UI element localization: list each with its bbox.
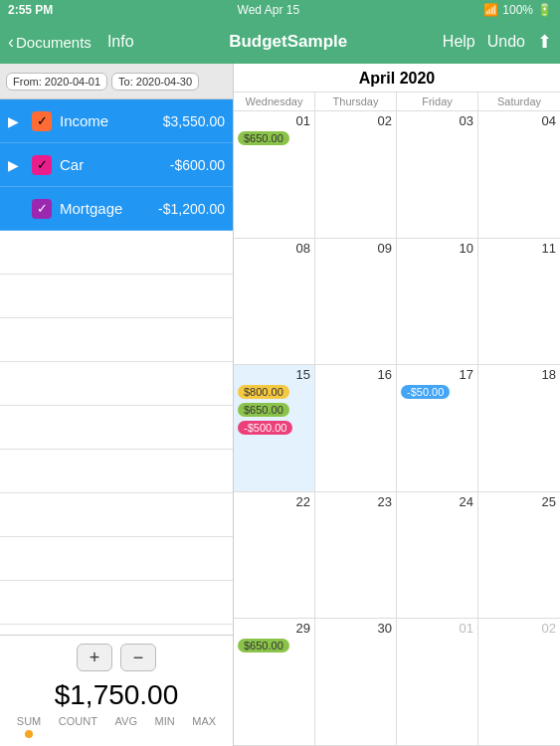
date-range-bar: From: 2020-04-01 To: 2020-04-30 (0, 64, 233, 99)
income-label: Income (60, 112, 155, 129)
undo-button[interactable]: Undo (487, 33, 525, 51)
stat-avg: AVG (115, 715, 137, 738)
day-number: 15 (238, 367, 310, 382)
status-right: 📶 100% 🔋 (483, 3, 552, 17)
cal-cell-09-1[interactable]: 09 (315, 239, 397, 366)
share-icon[interactable]: ⬆ (537, 31, 552, 53)
stat-sum-label: SUM (17, 715, 41, 727)
date-from-button[interactable]: From: 2020-04-01 (6, 73, 107, 91)
add-button[interactable]: + (77, 644, 112, 671)
calendar-weekdays: Wednesday Thursday Friday Saturday (234, 93, 560, 111)
help-button[interactable]: Help (443, 33, 475, 51)
event-pill[interactable]: -$50.00 (401, 385, 450, 399)
event-pill[interactable]: $650.00 (238, 639, 289, 653)
sidebar-empty-6 (0, 450, 233, 493)
day-number: 18 (482, 367, 556, 382)
status-date: Wed Apr 15 (238, 3, 299, 17)
day-number: 23 (319, 494, 392, 509)
cal-cell-22-3[interactable]: 22 (234, 492, 315, 620)
expand-icon: ▶ (8, 157, 24, 173)
cal-cell-24-3[interactable]: 24 (397, 492, 478, 620)
stat-count: COUNT (59, 715, 97, 738)
battery-label: 100% (502, 3, 533, 17)
car-label: Car (60, 156, 162, 173)
day-number: 10 (401, 241, 473, 256)
nav-bar: ‹ Documents Info BudgetSample Help Undo … (0, 20, 560, 64)
cal-cell-25-3[interactable]: 25 (478, 492, 560, 620)
day-number: 04 (482, 113, 556, 128)
day-number: 09 (319, 241, 392, 256)
cal-cell-15-2[interactable]: 15$800.00$650.00-$500.00 (234, 365, 315, 492)
cal-cell-30-4[interactable]: 30 (315, 619, 397, 746)
check-income-icon: ✓ (32, 111, 52, 131)
weekday-friday: Friday (397, 93, 478, 110)
expand-icon (8, 201, 24, 217)
sidebar-empty-9 (0, 581, 233, 625)
battery-icon: 🔋 (537, 3, 552, 17)
cal-cell-18-2[interactable]: 18 (478, 365, 560, 492)
back-button[interactable]: ‹ Documents (8, 32, 92, 53)
sidebar-empty-5 (0, 406, 233, 450)
nav-right: Help Undo ⬆ (443, 31, 552, 53)
date-to-button[interactable]: To: 2020-04-30 (111, 73, 199, 91)
day-number: 01 (401, 621, 473, 636)
sidebar-empty-7 (0, 493, 233, 537)
day-number: 30 (319, 621, 392, 636)
cal-cell-04-0[interactable]: 04 (478, 111, 560, 239)
cal-cell-01-4[interactable]: 01 (397, 619, 478, 746)
stat-min-label: MIN (155, 715, 175, 727)
car-amount: -$600.00 (170, 157, 225, 173)
cal-cell-01-0[interactable]: 01$650.00 (234, 111, 315, 239)
check-car-icon: ✓ (32, 155, 52, 175)
category-item-car[interactable]: ▶ ✓ Car -$600.00 (0, 143, 233, 187)
day-number: 17 (401, 367, 473, 382)
cal-cell-16-2[interactable]: 16 (315, 365, 397, 492)
day-number: 08 (238, 241, 310, 256)
weekday-wednesday: Wednesday (234, 93, 315, 110)
event-pill[interactable]: $800.00 (238, 385, 289, 399)
stat-min: MIN (155, 715, 175, 738)
weekday-thursday: Thursday (315, 93, 397, 110)
sidebar-empty-2 (0, 275, 233, 318)
cal-cell-17-2[interactable]: 17-$50.00 (397, 365, 478, 492)
expand-icon: ▶ (8, 113, 24, 129)
stat-avg-label: AVG (115, 715, 137, 727)
category-item-mortgage[interactable]: ✓ Mortgage -$1,200.00 (0, 187, 233, 231)
back-label: Documents (16, 34, 92, 51)
day-number: 01 (238, 113, 310, 128)
main-layout: From: 2020-04-01 To: 2020-04-30 ▶ ✓ Inco… (0, 64, 560, 746)
category-item-income[interactable]: ▶ ✓ Income $3,550.00 (0, 99, 233, 143)
cal-cell-11-1[interactable]: 11 (478, 239, 560, 366)
cal-cell-10-1[interactable]: 10 (397, 239, 478, 366)
weekday-saturday: Saturday (478, 93, 560, 110)
info-button[interactable]: Info (107, 33, 134, 51)
sidebar-empty-10 (0, 625, 233, 635)
status-time: 2:55 PM (8, 3, 53, 17)
day-number: 02 (482, 621, 556, 636)
cal-cell-23-3[interactable]: 23 (315, 492, 397, 620)
cal-cell-03-0[interactable]: 03 (397, 111, 478, 239)
event-pill[interactable]: $650.00 (238, 403, 289, 417)
day-number: 02 (319, 113, 392, 128)
day-number: 25 (482, 494, 556, 509)
cal-cell-08-1[interactable]: 08 (234, 239, 315, 366)
remove-button[interactable]: − (120, 644, 156, 671)
total-amount: $1,750.00 (8, 679, 225, 711)
category-list: ▶ ✓ Income $3,550.00 ▶ ✓ Car -$600.00 ✓ … (0, 99, 233, 635)
stat-max: MAX (192, 715, 216, 738)
cal-cell-02-0[interactable]: 02 (315, 111, 397, 239)
stats-row: SUM COUNT AVG MIN MAX (8, 715, 225, 738)
sidebar-empty-3 (0, 318, 233, 362)
day-number: 29 (238, 621, 310, 636)
cal-cell-29-4[interactable]: 29$650.00 (234, 619, 315, 746)
calendar: April 2020 Wednesday Thursday Friday Sat… (234, 64, 560, 746)
day-number: 03 (401, 113, 473, 128)
event-pill[interactable]: -$500.00 (238, 421, 292, 435)
event-pill[interactable]: $650.00 (238, 131, 289, 145)
cal-cell-02-4[interactable]: 02 (478, 619, 560, 746)
check-mortgage-icon: ✓ (32, 199, 52, 219)
calendar-title: April 2020 (234, 64, 560, 93)
day-number: 24 (401, 494, 473, 509)
sidebar-empty-8 (0, 537, 233, 581)
back-arrow-icon: ‹ (8, 32, 14, 53)
